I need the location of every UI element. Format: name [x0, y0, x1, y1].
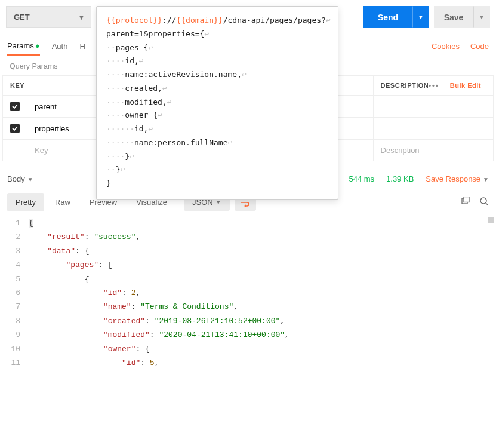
- response-size: 1.39 KB: [386, 174, 414, 183]
- view-pretty[interactable]: Pretty: [7, 193, 44, 211]
- svg-line-3: [486, 203, 488, 205]
- code-link[interactable]: Code: [470, 42, 489, 51]
- copy-icon[interactable]: [460, 197, 470, 208]
- svg-point-2: [480, 198, 486, 204]
- chevron-down-icon: ▼: [27, 176, 33, 183]
- tab-auth[interactable]: Auth: [52, 38, 68, 54]
- http-method-select[interactable]: GET ▼: [6, 6, 91, 28]
- save-response-link[interactable]: Save Response▼: [426, 174, 489, 183]
- active-dot-icon: ●: [35, 41, 40, 50]
- tab-params[interactable]: Params●: [7, 38, 40, 56]
- chevron-down-icon: ▼: [78, 14, 85, 21]
- cookies-link[interactable]: Cookies: [432, 42, 460, 51]
- send-more-button[interactable]: ▼: [412, 6, 429, 28]
- view-raw[interactable]: Raw: [47, 193, 79, 211]
- checkbox[interactable]: [10, 124, 20, 133]
- response-body-tab[interactable]: Body▼: [7, 174, 33, 183]
- minimap-icon: [488, 217, 494, 223]
- qp-desc-input[interactable]: [381, 146, 486, 155]
- svg-rect-1: [464, 197, 469, 202]
- search-icon[interactable]: [479, 197, 489, 208]
- checkbox[interactable]: [10, 102, 20, 111]
- tab-headers[interactable]: H: [79, 38, 85, 54]
- chevron-down-icon: ▼: [215, 199, 221, 205]
- chevron-down-icon: ▼: [483, 176, 489, 183]
- http-method-label: GET: [14, 13, 30, 22]
- url-input-expanded[interactable]: {{protocol}}://{{domain}}/cdna-api/pages…: [96, 6, 338, 200]
- response-body[interactable]: 1{ 2 "result": "success", 3 "data": { 4 …: [0, 216, 496, 370]
- save-more-button[interactable]: ▼: [473, 6, 490, 28]
- bulk-edit-link[interactable]: Bulk Edit: [450, 82, 486, 89]
- response-time: 544 ms: [349, 174, 374, 183]
- send-button[interactable]: Send: [363, 6, 412, 28]
- qp-desc-header: DESCRIPTION: [381, 82, 429, 89]
- save-button[interactable]: Save: [434, 6, 473, 28]
- more-icon[interactable]: •••: [429, 82, 442, 89]
